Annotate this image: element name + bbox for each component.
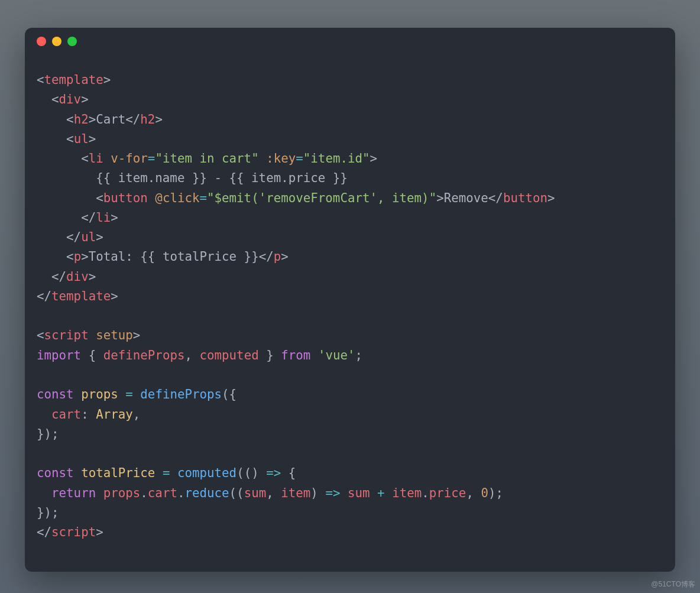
watermark: @51CTO博客	[651, 579, 695, 589]
window-titlebar	[25, 28, 675, 55]
close-icon[interactable]	[37, 37, 46, 46]
code-block: <template> <div> <h2>Cart</h2> <ul> <li …	[25, 55, 675, 558]
code-window: <template> <div> <h2>Cart</h2> <ul> <li …	[25, 28, 675, 572]
maximize-icon[interactable]	[67, 37, 77, 46]
minimize-icon[interactable]	[52, 37, 61, 46]
